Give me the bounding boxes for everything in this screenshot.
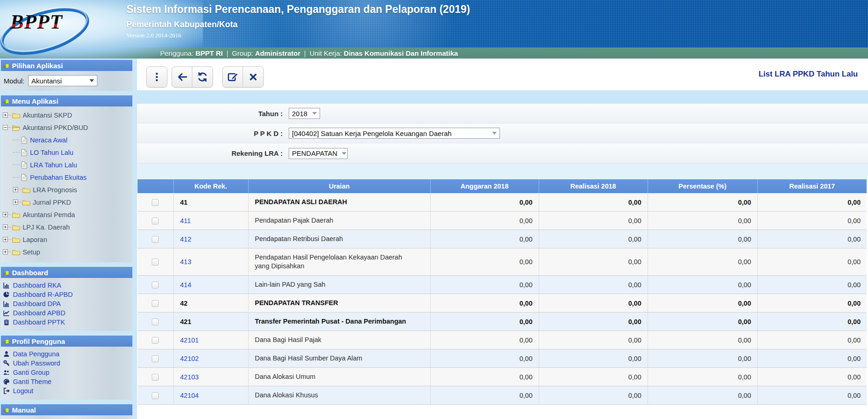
- row-checkbox[interactable]: [152, 259, 159, 266]
- filter-row-tahun: Tahun : 2018: [137, 104, 868, 124]
- tree-connector: [13, 165, 20, 165]
- kode-link[interactable]: 414: [180, 281, 191, 289]
- chevron-down-icon: [342, 152, 346, 155]
- sidebar-item-label: Ubah Password: [13, 360, 60, 367]
- document-icon: [21, 136, 27, 144]
- pilihan-aplikasi-header: Pilihan Aplikasi: [1, 60, 132, 71]
- sidebar-item-dashboard-rka[interactable]: Dashboard RKA: [3, 281, 132, 290]
- close-button[interactable]: [243, 67, 263, 87]
- tree-item-label[interactable]: Akuntansi PPKD/BUD: [23, 124, 88, 131]
- tree-item-perubahan-ekuitas: Perubahan Ekuitas: [3, 171, 132, 183]
- tahun-select[interactable]: 2018: [289, 108, 320, 119]
- row-checkbox[interactable]: [152, 392, 159, 399]
- menu-button[interactable]: [147, 67, 167, 87]
- sidebar-item-dashboard-apbd[interactable]: Dashboard APBD: [3, 308, 132, 318]
- kode-link[interactable]: 412: [180, 236, 191, 243]
- modul-select[interactable]: Akuntansi: [28, 75, 97, 86]
- edit-button[interactable]: [223, 67, 243, 87]
- sidebar-item-data-pengguna[interactable]: Data Pengguna: [3, 349, 132, 359]
- column-header-Uraian: Uraian: [248, 179, 430, 193]
- table-row-42103: 42103Dana Alokasi Umum0,000,000,000,00: [137, 368, 867, 386]
- row-checkbox[interactable]: [152, 218, 159, 224]
- kode-link[interactable]: 42101: [180, 336, 199, 344]
- expand-plus-icon[interactable]: [3, 212, 8, 217]
- back-button[interactable]: [172, 67, 192, 87]
- users-icon: [3, 369, 10, 376]
- row-checkbox[interactable]: [152, 199, 159, 206]
- persentase-value: 0,00: [648, 230, 757, 248]
- tree-item-label[interactable]: LO Tahun Lalu: [30, 149, 73, 156]
- tree-item-label[interactable]: Neraca Awal: [30, 136, 67, 144]
- palette-icon: [3, 378, 10, 385]
- logout-icon: [3, 388, 10, 394]
- row-checkbox[interactable]: [152, 319, 159, 325]
- row-checkbox[interactable]: [152, 236, 159, 243]
- tree-item-label[interactable]: LRA Tahun Lalu: [30, 161, 77, 169]
- sidebar-item-dashboard-pptk[interactable]: Dashboard PPTK: [3, 318, 132, 327]
- tree-item-label[interactable]: Jurnal PPKD: [33, 199, 71, 206]
- app-title: Sistem Informasi Perencanaan, Penganggar…: [126, 3, 470, 16]
- collapse-minus-icon[interactable]: [3, 125, 8, 130]
- tree-item-label[interactable]: LPJ Ka. Daerah: [23, 224, 70, 231]
- sidebar-item-ubah-password[interactable]: Ubah Password: [3, 359, 132, 368]
- tree-item-label[interactable]: Setup: [23, 248, 40, 256]
- tree-item-label[interactable]: Laporan: [23, 236, 47, 243]
- expand-plus-icon[interactable]: [13, 187, 18, 192]
- manual-panel: Manual SIMRAL-Wiki: [1, 404, 132, 419]
- rekening-lra-select[interactable]: PENDAPATAN: [289, 148, 348, 159]
- sidebar-item-ganti-theme[interactable]: Ganti Theme: [3, 377, 132, 386]
- sidebar-item-logout[interactable]: Logout: [3, 386, 132, 395]
- anggaran-2018-value: 0,00: [430, 276, 539, 294]
- persentase-value: 0,00: [648, 248, 757, 276]
- expand-plus-icon[interactable]: [13, 200, 18, 205]
- table-row-41: 41PENDAPATAN ASLI DAERAH0,000,000,000,00: [137, 193, 867, 212]
- toolbar: List LRA PPKD Tahun Lalu: [137, 59, 868, 90]
- tree-item-label[interactable]: LRA Prognosis: [33, 186, 77, 194]
- expand-plus-icon[interactable]: [3, 249, 8, 254]
- sidebar-item-ganti-group[interactable]: Ganti Group: [3, 368, 132, 377]
- kode-link[interactable]: 42104: [180, 392, 199, 399]
- kode-link[interactable]: 42103: [180, 373, 199, 381]
- refresh-button[interactable]: [192, 67, 213, 87]
- profil-pengguna-header: Profil Pengguna: [1, 336, 132, 347]
- row-checkbox[interactable]: [152, 337, 159, 344]
- pie-chart-icon: [3, 291, 10, 298]
- table-row-42102: 42102Dana Bagi Hasil Sumber Daya Alam0,0…: [137, 349, 867, 368]
- spacer-band: [137, 164, 868, 179]
- tree-item-jurnal-ppkd: Jurnal PPKD: [3, 196, 132, 208]
- tree-item-label[interactable]: Akuntansi SKPD: [23, 112, 72, 119]
- row-checkbox[interactable]: [152, 355, 159, 362]
- ppkd-select[interactable]: [040402] Satuan Kerja Pengelola Keuangan…: [289, 128, 500, 139]
- expand-plus-icon[interactable]: [3, 224, 8, 230]
- table-row-421: 421Transfer Pemerintah Pusat - Dana Peri…: [137, 313, 867, 331]
- toolbar-group-menu: [146, 66, 167, 88]
- kode-link[interactable]: 42102: [180, 355, 199, 362]
- table-row-412: 412Pendapatan Retribusi Daerah0,000,000,…: [137, 230, 867, 248]
- persentase-value: 0,00: [648, 331, 757, 349]
- modul-label: Modul:: [4, 77, 24, 85]
- row-checkbox[interactable]: [152, 300, 159, 307]
- page: Pengguna: BPPT RI | Group: Administrator…: [0, 0, 868, 419]
- persentase-value: 0,00: [648, 368, 757, 386]
- persentase-value: 0,00: [648, 386, 757, 405]
- kode-link[interactable]: 411: [180, 217, 191, 224]
- kode-link[interactable]: 413: [180, 258, 191, 266]
- refresh-icon: [196, 71, 208, 83]
- kode-text: 41: [180, 199, 188, 206]
- realisasi-2017-value: 0,00: [757, 276, 867, 294]
- expand-plus-icon[interactable]: [3, 237, 8, 242]
- folder-icon: [12, 249, 20, 255]
- dashboard-header: Dashboard: [1, 267, 132, 278]
- persentase-value: 0,00: [648, 294, 757, 313]
- row-checkbox[interactable]: [152, 374, 159, 381]
- sidebar-item-dashboard-r-apbd[interactable]: Dashboard R-APBD: [3, 290, 132, 299]
- sidebar: Pilihan Aplikasi Modul: Akuntansi Menu A…: [0, 59, 137, 419]
- expand-plus-icon[interactable]: [3, 112, 8, 118]
- persentase-value: 0,00: [648, 349, 757, 368]
- tree-item-label[interactable]: Akuntansi Pemda: [23, 211, 75, 218]
- sidebar-item-dashboard-dpa[interactable]: Dashboard DPA: [3, 299, 132, 308]
- sidebar-item-label: Dashboard R-APBD: [13, 291, 73, 298]
- row-checkbox[interactable]: [152, 282, 159, 289]
- tree-item-label[interactable]: Perubahan Ekuitas: [30, 174, 87, 181]
- anggaran-2018-value: 0,00: [430, 248, 539, 276]
